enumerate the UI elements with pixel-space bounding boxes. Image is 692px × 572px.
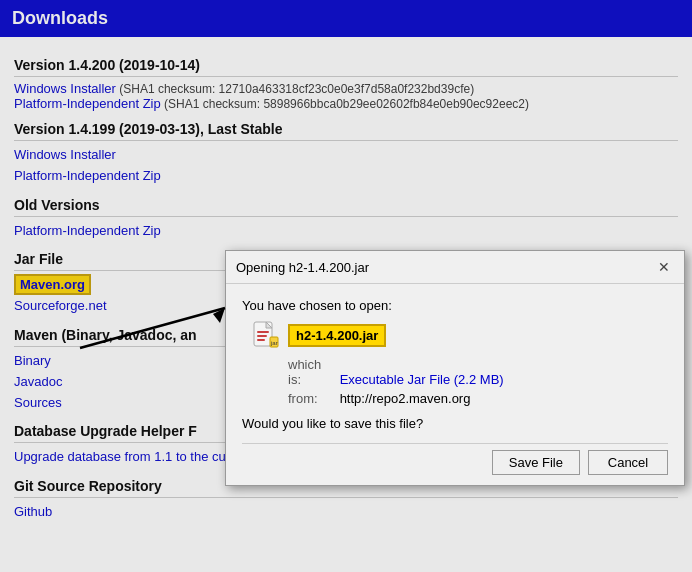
which-is-label: which is: xyxy=(288,357,336,387)
jar-file-icon: jar xyxy=(252,321,280,349)
save-file-button[interactable]: Save File xyxy=(492,450,580,475)
dialog-file-row: jar h2-1.4.200.jar xyxy=(252,321,668,349)
dialog-intro-text: You have chosen to open: xyxy=(242,298,668,313)
dialog-question: Would you like to save this file? xyxy=(242,416,668,431)
dialog-body: You have chosen to open: jar h2-1.4.200.… xyxy=(226,284,684,485)
svg-rect-5 xyxy=(257,335,267,337)
dialog-overlay: Opening h2-1.4.200.jar ✕ You have chosen… xyxy=(0,0,692,572)
dialog-title: Opening h2-1.4.200.jar xyxy=(236,260,369,275)
dialog-buttons: Save File Cancel xyxy=(242,443,668,475)
from-value: http://repo2.maven.org xyxy=(340,391,471,406)
file-open-dialog: Opening h2-1.4.200.jar ✕ You have chosen… xyxy=(225,250,685,486)
dialog-from: from: http://repo2.maven.org xyxy=(288,391,668,406)
dialog-titlebar: Opening h2-1.4.200.jar ✕ xyxy=(226,251,684,284)
which-is-value: Executable Jar File (2.2 MB) xyxy=(340,372,504,387)
svg-rect-6 xyxy=(257,339,265,341)
svg-text:jar: jar xyxy=(270,340,278,346)
svg-rect-4 xyxy=(257,331,269,333)
dialog-filename: h2-1.4.200.jar xyxy=(288,324,386,347)
dialog-which-is: which is: Executable Jar File (2.2 MB) xyxy=(288,357,668,387)
dialog-close-button[interactable]: ✕ xyxy=(654,257,674,277)
cancel-button[interactable]: Cancel xyxy=(588,450,668,475)
from-label: from: xyxy=(288,391,336,406)
